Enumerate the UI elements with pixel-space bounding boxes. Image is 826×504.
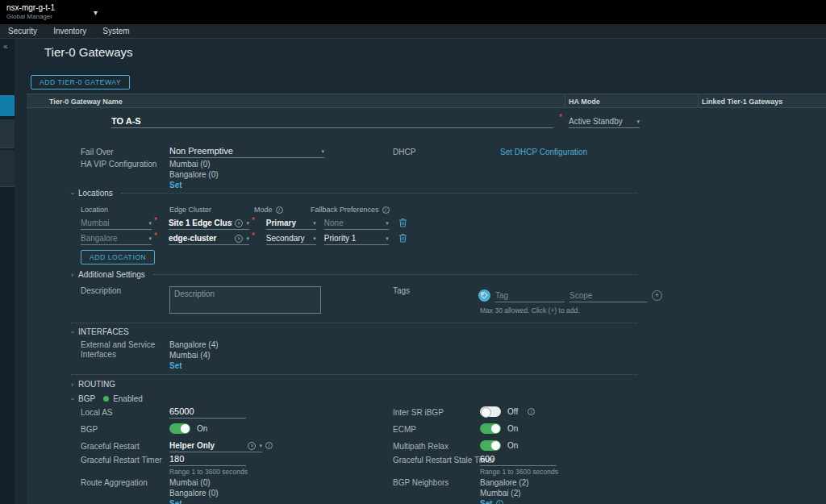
- tags-hint: Max 30 allowed. Click (+) to add.: [480, 306, 580, 314]
- interfaces-set-link[interactable]: Set: [169, 361, 219, 370]
- bgp-neighbors-label: BGP Neighbors: [393, 478, 448, 487]
- column-header-linked[interactable]: Linked Tier-1 Gateways: [702, 98, 782, 106]
- required-asterisk: *: [559, 113, 562, 122]
- inter-sr-toggle[interactable]: [480, 406, 501, 417]
- graceful-restart-label: Graceful Restart: [81, 442, 140, 451]
- inter-sr-label: Inter SR iBGP: [393, 408, 444, 417]
- routing-section-header[interactable]: › ROUTING: [71, 380, 115, 389]
- location-value: Mumbai: [81, 219, 145, 227]
- route-aggregation-values: Mumbai (0) Bangalore (0) Set: [169, 478, 219, 504]
- mode-select[interactable]: Primary ▾: [266, 216, 316, 230]
- scope-input[interactable]: [569, 289, 647, 302]
- edge-cluster-select[interactable]: edge-cluster × ▾: [169, 231, 249, 245]
- interfaces-section-header[interactable]: › INTERFACES: [71, 327, 129, 336]
- bgp-toggle-state: On: [197, 424, 207, 433]
- fallback-select[interactable]: Priority 1 ▾: [324, 231, 389, 245]
- graceful-restart-select[interactable]: Helper Only × ▾: [169, 439, 262, 452]
- inter-sr-state: Off: [507, 407, 518, 416]
- column-header-name[interactable]: Tier-0 Gateway Name: [49, 98, 123, 106]
- set-dhcp-link[interactable]: Set DHCP Configuration: [500, 148, 587, 156]
- chevron-collapsed-icon: ›: [71, 271, 73, 279]
- location-column-label: Location: [81, 206, 108, 214]
- edge-cluster-select[interactable]: Site 1 Edge Cluste × ▾: [169, 216, 249, 230]
- chevron-down-icon: ▾: [313, 219, 316, 227]
- bgp-section-header[interactable]: › BGP Enabled: [71, 394, 143, 403]
- nav-item-system[interactable]: System: [102, 27, 129, 35]
- bgp-toggle[interactable]: [169, 423, 190, 434]
- info-icon[interactable]: i: [382, 206, 390, 214]
- gr-stale-timer-input[interactable]: [480, 452, 557, 466]
- section-divider: [71, 374, 637, 375]
- collapse-sidebar-icon[interactable]: «: [3, 42, 15, 51]
- clear-icon[interactable]: ×: [235, 219, 243, 227]
- ecmp-toggle[interactable]: [480, 423, 501, 434]
- sidebar-rail: «: [0, 39, 15, 504]
- interfaces-header-label: INTERFACES: [78, 327, 129, 336]
- required-asterisk: *: [154, 216, 157, 225]
- description-label: Description: [81, 286, 121, 295]
- info-icon[interactable]: i: [276, 206, 283, 214]
- description-textarea[interactable]: [169, 286, 321, 314]
- fail-over-select[interactable]: Non Preemptive ▾: [169, 144, 324, 158]
- external-interfaces-values: Bangalore (4) Mumbai (4) Set: [169, 340, 219, 370]
- bgp-header-label: BGP: [78, 394, 95, 403]
- chevron-down-icon: ▾: [246, 235, 249, 243]
- location-value: Bangalore: [81, 234, 145, 243]
- bgp-neighbors-value: Mumbai (2): [480, 489, 529, 498]
- multipath-relax-toggle[interactable]: [480, 440, 501, 451]
- gateway-edit-form: * Active Standby ▾ Fail Over Non Preempt…: [27, 108, 826, 504]
- page-title: Tier-0 Gateways: [44, 45, 132, 59]
- routing-header-label: ROUTING: [78, 380, 115, 389]
- bgp-neighbors-set-link[interactable]: Set: [480, 499, 493, 504]
- tag-icon[interactable]: [478, 289, 490, 302]
- nav-item-security[interactable]: Security: [8, 27, 37, 35]
- interfaces-value: Bangalore (4): [169, 340, 219, 350]
- info-icon[interactable]: i: [528, 408, 535, 415]
- clear-icon[interactable]: ×: [248, 442, 256, 450]
- main-nav: Security Inventory System: [0, 24, 826, 39]
- add-tier0-gateway-button[interactable]: ADD TIER-0 GATEWAY: [31, 75, 130, 90]
- add-location-button[interactable]: ADD LOCATION: [81, 250, 155, 264]
- bgp-neighbors-values: Bangalore (2) Mumbai (2) Set i: [480, 478, 529, 504]
- nav-item-inventory[interactable]: Inventory: [53, 27, 86, 35]
- fail-over-label: Fail Over: [81, 148, 114, 156]
- clear-icon[interactable]: ×: [235, 235, 243, 243]
- local-as-input[interactable]: [169, 405, 246, 419]
- gr-timer-input[interactable]: [169, 452, 246, 466]
- info-icon[interactable]: i: [496, 500, 503, 504]
- bgp-toggle-row: On: [169, 423, 207, 434]
- column-divider: [698, 94, 699, 109]
- route-aggregation-set-link[interactable]: Set: [169, 499, 219, 504]
- locations-section-header[interactable]: › Locations: [71, 189, 637, 198]
- location-select[interactable]: Mumbai ▾: [81, 216, 152, 230]
- fallback-select[interactable]: None ▾: [324, 216, 389, 230]
- gr-timer-hint: Range 1 to 3600 seconds: [169, 468, 248, 476]
- gateway-name-input[interactable]: [111, 115, 553, 128]
- delete-location-icon[interactable]: [398, 231, 407, 246]
- column-header-ha-mode[interactable]: HA Mode: [569, 98, 600, 106]
- rail-active-item[interactable]: [0, 95, 15, 116]
- ha-mode-value: Active Standby: [569, 117, 633, 126]
- chevron-down-icon: ▾: [386, 235, 389, 243]
- chevron-down-icon: ▾: [259, 442, 262, 450]
- mode-select[interactable]: Secondary ▾: [266, 231, 316, 245]
- content-area: Tier-0 Gateways ADD TIER-0 GATEWAY Tier-…: [15, 39, 826, 504]
- required-asterisk: *: [252, 216, 255, 225]
- add-tag-icon[interactable]: +: [652, 290, 662, 301]
- tag-input[interactable]: [495, 289, 565, 302]
- chevron-down-icon[interactable]: ▾: [94, 8, 98, 17]
- fallback-column-label: Fallback Preferencesi: [311, 206, 390, 214]
- additional-settings-header[interactable]: › Additional Settings: [71, 270, 637, 279]
- gr-timer-label: Graceful Restart Timer: [81, 456, 162, 464]
- chevron-collapsed-icon: ›: [71, 381, 73, 389]
- info-icon[interactable]: i: [265, 442, 273, 449]
- rail-item[interactable]: [0, 150, 15, 187]
- location-row: Mumbai ▾ * Site 1 Edge Cluste × ▾ * Prim…: [81, 216, 407, 231]
- location-select[interactable]: Bangalore ▾: [81, 231, 152, 245]
- ha-mode-select[interactable]: Active Standby ▾: [569, 115, 640, 128]
- chevron-down-icon: ▾: [246, 219, 249, 227]
- rail-item[interactable]: [0, 119, 15, 148]
- delete-location-icon[interactable]: [398, 216, 407, 231]
- multipath-relax-toggle-row: On: [480, 440, 518, 451]
- app-identity[interactable]: nsx-mgr-g-t-1 Global Manager: [6, 3, 55, 21]
